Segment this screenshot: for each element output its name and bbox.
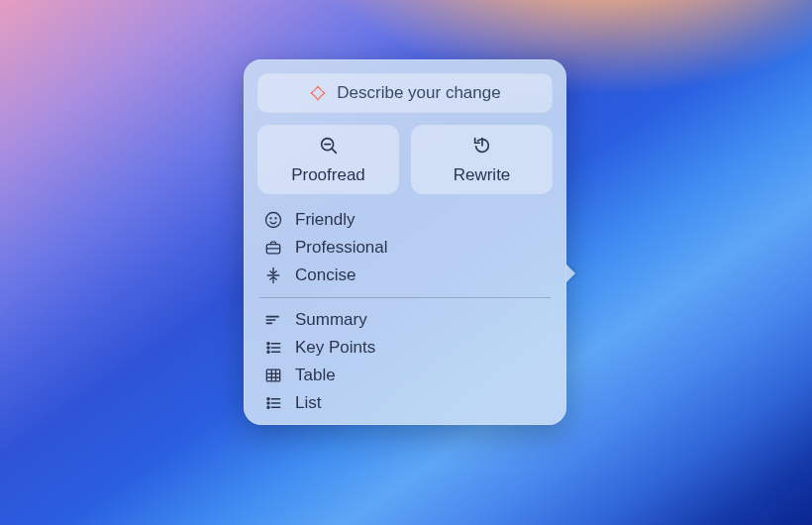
menu-item-label: Professional xyxy=(295,238,388,258)
list-icon xyxy=(263,393,283,413)
svg-point-30 xyxy=(267,406,269,408)
svg-point-28 xyxy=(267,402,269,404)
svg-line-1 xyxy=(332,149,336,153)
menu-item-friendly[interactable]: Friendly xyxy=(257,206,553,234)
proofread-icon xyxy=(318,135,340,161)
menu-item-concise[interactable]: Concise xyxy=(257,262,553,289)
section-divider xyxy=(259,297,551,298)
svg-point-5 xyxy=(270,218,271,219)
svg-point-15 xyxy=(267,343,269,345)
keypoints-icon xyxy=(263,338,283,358)
tone-section: Friendly Professional xyxy=(257,206,553,289)
rewrite-button[interactable]: Rewrite xyxy=(411,125,553,194)
svg-rect-21 xyxy=(266,369,279,381)
describe-change-input[interactable]: Describe your change xyxy=(257,73,553,113)
menu-item-summary[interactable]: Summary xyxy=(257,306,553,334)
menu-item-label: List xyxy=(295,393,321,413)
summary-icon xyxy=(263,310,283,330)
menu-item-professional[interactable]: Professional xyxy=(257,234,553,262)
rewrite-icon xyxy=(471,135,493,161)
menu-item-label: Table xyxy=(295,366,336,385)
svg-point-6 xyxy=(275,218,276,219)
svg-point-26 xyxy=(267,398,269,400)
proofread-button[interactable]: Proofread xyxy=(257,125,399,194)
ai-spark-icon xyxy=(309,84,327,102)
briefcase-icon xyxy=(263,238,283,258)
proofread-label: Proofread xyxy=(291,165,365,185)
menu-item-label: Key Points xyxy=(295,338,375,358)
table-icon xyxy=(263,366,283,385)
menu-item-label: Friendly xyxy=(295,210,355,230)
menu-item-keypoints[interactable]: Key Points xyxy=(257,334,553,362)
callout-arrow xyxy=(565,263,575,283)
menu-item-label: Summary xyxy=(295,310,367,330)
describe-change-placeholder: Describe your change xyxy=(337,83,500,103)
menu-item-list[interactable]: List xyxy=(257,389,553,417)
menu-item-label: Concise xyxy=(295,265,355,285)
rewrite-label: Rewrite xyxy=(454,165,511,185)
format-section: Summary Key Points xyxy=(257,306,553,417)
compress-icon xyxy=(263,265,283,285)
svg-point-4 xyxy=(266,213,281,228)
menu-item-table[interactable]: Table xyxy=(257,362,553,389)
writing-tools-panel: Describe your change Proofread Rewri xyxy=(244,59,566,425)
svg-point-19 xyxy=(267,351,269,353)
svg-point-17 xyxy=(267,347,269,349)
smile-icon xyxy=(263,210,283,230)
